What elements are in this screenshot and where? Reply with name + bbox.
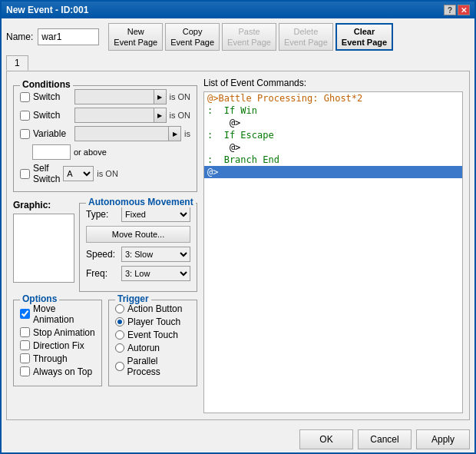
options-label: Options [20,293,59,304]
ok-button[interactable]: OK [299,429,353,449]
footer-buttons: OK Cancel Apply [2,425,474,452]
cmd-row[interactable]: @> [204,141,462,154]
switch2-label: Switch [33,110,71,121]
cmd-text: @> [207,167,218,177]
speed-select[interactable]: 1: x8 Slower 2: x4 Slower 3: Slow 4: Fas… [121,247,190,262]
tabs-row: 1 [6,55,470,71]
move-animation-label: Move Animation [33,303,95,325]
cancel-button[interactable]: Cancel [358,429,412,449]
help-button[interactable]: ? [444,5,456,15]
variable-number-input[interactable] [32,144,71,160]
graphic-preview[interactable] [13,214,74,283]
speed-label: Speed: [86,249,117,260]
variable-status: is [184,129,190,138]
variable-checkbox[interactable] [20,129,30,139]
variable-value-row: or above [32,144,190,160]
paste-event-page-button[interactable]: PasteEvent Page [222,23,276,51]
conditions-label: Conditions [20,79,73,90]
cmd-row[interactable]: : If Win [204,104,462,117]
option-stop-animation: Stop Animation [20,327,95,338]
apply-button[interactable]: Apply [416,429,470,449]
option-through: Through [20,353,95,364]
close-button[interactable]: ✕ [458,5,470,15]
name-label: Name: [6,31,33,42]
cmd-row[interactable]: : Branch End [204,154,462,166]
left-panel: Conditions Switch ▶ is ON [13,78,197,413]
autorun-label: Autorun [127,343,160,353]
trigger-event-touch[interactable]: Event Touch [115,330,190,340]
event-touch-radio[interactable] [115,330,124,340]
switch1-checkbox[interactable] [20,92,30,102]
switch2-checkbox[interactable] [20,111,30,121]
variable-select[interactable]: ▶ [74,126,181,141]
type-select[interactable]: Fixed Random Approach Custom [121,207,190,222]
freq-select[interactable]: 1: Lowest 2: Lower 3: Low 4: High [121,266,190,281]
content-area: Name: NewEvent Page CopyEvent Page Paste… [2,18,474,425]
window-title: New Event - ID:001 [6,5,88,15]
title-bar: New Event - ID:001 ? ✕ [2,2,474,18]
name-toolbar: Name: NewEvent Page CopyEvent Page Paste… [6,23,470,51]
stop-animation-checkbox[interactable] [20,327,30,337]
player-touch-radio[interactable] [115,317,124,326]
move-animation-checkbox[interactable] [20,309,30,319]
cmd-text: : If Win [207,105,257,116]
cmd-text: : Branch End [207,154,279,165]
cmd-row[interactable]: @> [204,117,462,129]
main-window: New Event - ID:001 ? ✕ Name: NewEvent Pa… [0,0,476,454]
tab-1[interactable]: 1 [6,55,28,71]
freq-label: Freq: [86,268,117,279]
trigger-parallel-process[interactable]: Parallel Process [115,356,190,377]
delete-event-page-button[interactable]: DeleteEvent Page [279,23,333,51]
event-commands-list[interactable]: @>Battle Processing: Ghost*2 : If Win @>… [203,91,463,413]
copy-event-page-button[interactable]: CopyEvent Page [165,23,220,51]
event-touch-label: Event Touch [127,330,178,340]
trigger-action-button[interactable]: Action Button [115,303,190,314]
switch1-label: Switch [33,91,71,102]
switch2-status: is ON [170,111,191,120]
autorun-radio[interactable] [115,343,124,353]
main-panel: Conditions Switch ▶ is ON [6,71,470,420]
new-event-page-button[interactable]: NewEvent Page [108,23,163,51]
switch2-select[interactable]: ▶ [74,108,167,123]
variable-label: Variable [33,128,71,139]
cmd-text: @>Battle Processing: Ghost*2 [207,93,362,104]
cmd-row-selected[interactable]: @> [204,166,462,178]
autonomous-movement-label: Autonomous Movement [86,197,196,207]
move-route-button[interactable]: Move Route... [86,226,190,243]
speed-row: Speed: 1: x8 Slower 2: x4 Slower 3: Slow… [86,247,190,262]
name-input[interactable] [38,28,99,45]
autonomous-movement-group: Autonomous Movement Type: Fixed Random A… [79,203,197,292]
conditions-group: Conditions Switch ▶ is ON [13,85,197,192]
switch1-status: is ON [170,92,191,101]
switch1-select[interactable]: ▶ [74,89,167,104]
self-switch-status: is ON [97,169,118,178]
graphic-section: Graphic: [13,197,74,292]
options-trigger-row: Options Move Animation Stop Animation Di… [13,300,197,386]
trigger-player-touch[interactable]: Player Touch [115,316,190,327]
cmd-row[interactable]: : If Escape [204,129,462,141]
always-on-top-checkbox[interactable] [20,366,30,376]
parallel-process-label: Parallel Process [127,356,190,377]
cmd-row[interactable]: @>Battle Processing: Ghost*2 [204,92,462,104]
self-switch-checkbox[interactable] [20,169,30,179]
self-switch-label: SelfSwitch [33,163,60,185]
right-panel: List of Event Commands: @>Battle Process… [203,78,463,413]
player-touch-label: Player Touch [127,316,180,327]
title-bar-buttons: ? ✕ [444,5,470,15]
trigger-autorun[interactable]: Autorun [115,343,190,353]
self-switch-select[interactable]: ABCD [63,166,94,181]
graphic-label: Graphic: [13,200,51,210]
parallel-process-radio[interactable] [115,362,124,371]
direction-fix-checkbox[interactable] [20,340,30,350]
switch1-row: Switch ▶ is ON [20,89,190,104]
clear-event-page-button[interactable]: ClearEvent Page [336,23,393,51]
variable-arrow[interactable]: ▶ [168,127,180,141]
event-commands-header: List of Event Commands: [203,78,463,88]
switch1-arrow[interactable]: ▶ [154,90,166,104]
action-button-radio[interactable] [115,304,124,313]
cmd-text: : If Escape [207,130,274,141]
switch2-arrow[interactable]: ▶ [154,108,166,122]
direction-fix-label: Direction Fix [33,340,84,351]
cmd-text: @> [207,142,240,153]
through-checkbox[interactable] [20,353,30,363]
